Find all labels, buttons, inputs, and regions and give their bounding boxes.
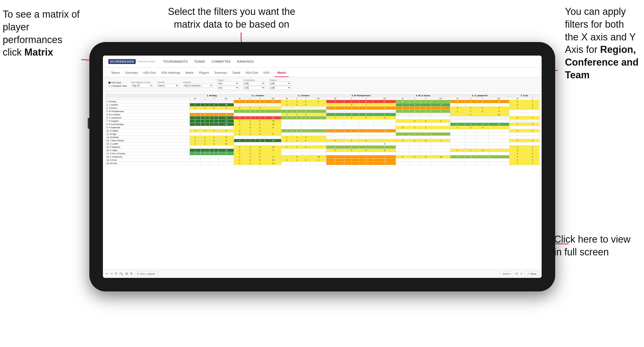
compact-view-label[interactable]: Compact View xyxy=(108,85,127,87)
subnav-matrix[interactable]: Matrix xyxy=(183,71,196,77)
tablet-frame: SCOREBOARD Powered by clippd TOURNAMENTS… xyxy=(89,42,555,291)
players-select-2[interactable]: (All) xyxy=(269,86,291,90)
matrix-cell: 1 xyxy=(344,129,359,133)
subnav-matrix-active[interactable]: Matrix xyxy=(275,71,289,77)
matrix-cell: 0 xyxy=(301,110,310,113)
matrix-cell xyxy=(526,120,539,123)
subnav-h2h-grid2[interactable]: H2H Grid xyxy=(243,71,261,77)
sub-nav: Teams Summary H2H Grid H2H Heatmap Matri… xyxy=(103,68,542,77)
matrix-cell xyxy=(396,162,409,165)
subnav-summary2[interactable]: Summary xyxy=(212,71,230,77)
layout-icon[interactable]: ⊡ xyxy=(515,272,518,275)
full-view-label[interactable]: Full View xyxy=(108,81,127,84)
matrix-cell: 1 xyxy=(396,110,409,113)
matrix-cell xyxy=(420,136,431,139)
settings-icon[interactable]: ⚙ xyxy=(130,272,133,275)
filter-gender: Gender Men's xyxy=(157,81,179,88)
matrix-cell: 0 xyxy=(209,152,218,155)
matrix-cell: 2 xyxy=(234,120,245,123)
refresh-icon[interactable]: ↻ xyxy=(115,272,117,275)
matrix-cell: 1 xyxy=(234,155,245,159)
nav-items: TOURNAMENTS TEAMS COMMITTEE RANKINGS xyxy=(163,60,254,63)
matrix-cell xyxy=(344,126,359,129)
matrix-cell xyxy=(409,113,420,116)
matrix-cell xyxy=(326,110,344,113)
matrix-cell: 0 xyxy=(292,129,301,133)
matrix-container: 1. W Ding 2. L Clanton 3. J Koivun 4. M … xyxy=(103,92,542,269)
max-players-select[interactable]: Top 25 xyxy=(131,84,153,88)
matrix-cell: 0 xyxy=(326,139,344,142)
matrix-cell: 1 xyxy=(281,116,292,120)
subnav-h2h-more[interactable]: H2H... xyxy=(261,71,275,77)
matrix-cell: 0 xyxy=(255,123,265,126)
matrix-cell xyxy=(209,146,218,149)
matrix-cell: 2 xyxy=(190,149,200,152)
matrix-cell: 0 xyxy=(373,146,396,149)
matrix-cell: 0 xyxy=(409,133,420,136)
matrix-cell xyxy=(509,110,526,113)
conference-select-1[interactable]: (All) xyxy=(243,82,265,85)
full-view-radio[interactable] xyxy=(108,82,110,84)
matrix-cell xyxy=(310,120,326,123)
subnav-teams[interactable]: Teams xyxy=(108,71,122,77)
matrix-cell: 1 xyxy=(246,107,255,110)
matrix-cell xyxy=(509,113,526,116)
nav-rankings[interactable]: RANKINGS xyxy=(237,60,254,63)
matrix-cell xyxy=(359,110,373,113)
subnav-h2h-heatmap[interactable]: H2H Heatmap xyxy=(158,71,183,77)
matrix-cell: 1 xyxy=(281,100,292,103)
matrix-cell xyxy=(301,155,310,159)
matrix-cell: 0 xyxy=(234,107,245,110)
division-select[interactable]: NCAA Division I xyxy=(183,84,213,88)
subnav-h2h-grid[interactable]: H2H Grid xyxy=(141,71,158,77)
players-select-1[interactable]: (All) xyxy=(269,82,291,85)
matrix-cell: 5 xyxy=(201,113,210,116)
matrix-cell xyxy=(281,142,292,146)
matrix-cell: 2 xyxy=(246,100,255,103)
nav-tournaments[interactable]: TOURNAMENTS xyxy=(163,60,188,63)
fullscreen-icon[interactable]: ⤢ xyxy=(520,272,522,275)
matrix-cell: 11 xyxy=(373,129,396,133)
undo-icon[interactable]: ↩ xyxy=(106,272,108,275)
view-original-btn[interactable]: 👁 View: Original xyxy=(135,272,157,276)
subnav-detail[interactable]: Detail xyxy=(230,71,243,77)
matrix-cell xyxy=(281,155,292,159)
nav-committee[interactable]: COMMITTEE xyxy=(212,60,231,63)
matrix-cell: 1 xyxy=(465,107,477,110)
region-select-1[interactable]: N/A xyxy=(217,82,239,85)
subnav-summary[interactable]: Summary xyxy=(122,71,141,77)
zoom-out-icon[interactable]: 🔍 xyxy=(119,272,123,275)
matrix-cell: 0 xyxy=(373,142,396,146)
grid-icon[interactable]: ⊞ xyxy=(125,272,128,275)
compact-view-radio[interactable] xyxy=(108,85,110,87)
subnav-players[interactable]: Players xyxy=(196,71,212,77)
matrix-cell: 0 xyxy=(465,123,477,126)
matrix-cell xyxy=(373,136,396,139)
nav-teams[interactable]: TEAMS xyxy=(194,60,205,63)
matrix-cell xyxy=(190,146,200,149)
matrix-cell xyxy=(344,120,359,123)
redo-icon[interactable]: ↪ xyxy=(110,272,113,275)
conference-select-2[interactable]: (All) xyxy=(243,86,265,90)
watch-btn[interactable]: Watch ▾ xyxy=(501,272,513,276)
region-select-2[interactable]: N/A xyxy=(217,86,239,90)
matrix-cell: 1 xyxy=(509,159,526,162)
share-btn[interactable]: ↗ Share xyxy=(525,272,539,276)
matrix-cell: 1 xyxy=(326,100,344,103)
matrix-cell: 0 xyxy=(409,100,420,103)
matrix-cell xyxy=(326,120,344,123)
matrix-cell: -19 xyxy=(265,139,281,142)
matrix-cell xyxy=(301,149,310,152)
matrix-cell xyxy=(344,110,359,113)
matrix-cell: 2 xyxy=(526,100,539,103)
matrix-cell: 0 xyxy=(420,107,431,110)
gender-select[interactable]: Men's xyxy=(157,84,179,88)
matrix-cell: 0 xyxy=(209,139,218,142)
matrix-cell xyxy=(431,129,450,133)
matrix-cell: 1 xyxy=(234,100,245,103)
matrix-cell: -6 xyxy=(218,136,234,139)
matrix-cell xyxy=(409,152,420,155)
matrix-row-header: 1. W Ding xyxy=(105,100,190,103)
matrix-cell: -16 xyxy=(218,116,234,120)
matrix-cell xyxy=(373,139,396,142)
